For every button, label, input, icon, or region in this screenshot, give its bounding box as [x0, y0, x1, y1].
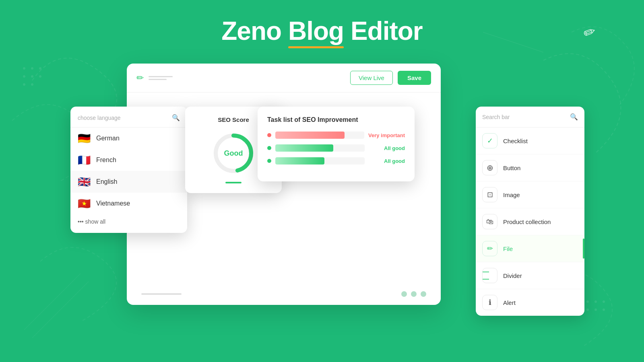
task-bar-wrap-2 — [275, 144, 365, 152]
language-search-row: choose language 🔍 — [70, 107, 187, 128]
editor-toolbar: ✏ View Live Save — [127, 64, 441, 93]
divider-label: Divider — [503, 272, 522, 279]
file-active-indicator — [583, 239, 584, 259]
file-icon-wrap: ✏ — [482, 241, 497, 256]
seo-score-label: Good — [224, 149, 243, 158]
element-item-alert[interactable]: ℹ Alert — [476, 289, 584, 316]
svg-point-6 — [23, 83, 25, 86]
element-item-file[interactable]: ✏ File — [476, 235, 584, 262]
element-item-button[interactable]: ⊕ Button — [476, 154, 584, 181]
button-label: Button — [503, 165, 520, 171]
english-label: English — [96, 178, 117, 185]
elements-search-placeholder: Search bar — [482, 114, 510, 120]
english-flag-icon: 🇬🇧 — [78, 177, 91, 187]
checklist-icon: ✓ — [487, 136, 493, 145]
task-status-1: Very important — [368, 132, 405, 138]
task-status-2: All good — [369, 145, 405, 151]
language-search-icon[interactable]: 🔍 — [172, 114, 180, 121]
alert-icon: ℹ — [489, 298, 491, 307]
svg-point-5 — [39, 75, 41, 78]
page-title: Zeno Blog Editor — [0, 16, 644, 46]
svg-point-9 — [594, 300, 597, 303]
svg-point-3 — [23, 75, 25, 78]
svg-point-0 — [23, 67, 25, 70]
svg-point-1 — [31, 67, 33, 70]
vietnamese-flag-icon: 🇻🇳 — [78, 198, 91, 209]
german-flag-icon: 🇩🇪 — [78, 133, 91, 144]
task-status-3: All good — [369, 158, 405, 164]
element-item-product-collection[interactable]: 🛍 Product collection — [476, 208, 584, 235]
element-item-image[interactable]: ⊡ Image — [476, 181, 584, 208]
element-item-divider[interactable]: — — Divider — [476, 262, 584, 289]
view-live-button[interactable]: View Live — [350, 71, 393, 85]
task-dot-important — [267, 133, 271, 137]
dot-1 — [401, 291, 407, 297]
svg-point-4 — [31, 75, 33, 78]
task-dot-good-1 — [267, 146, 271, 150]
alert-icon-wrap: ℹ — [482, 295, 497, 310]
toolbar-title-lines — [149, 76, 173, 80]
editor-logo-icon: ✏ — [136, 73, 144, 83]
seo-score-circle: Good — [211, 131, 256, 175]
svg-point-12 — [594, 309, 597, 311]
task-row-1: Very important — [267, 132, 405, 139]
element-item-checklist[interactable]: ✓ Checklist — [476, 128, 584, 154]
toolbar-line-2 — [149, 79, 167, 80]
product-collection-label: Product collection — [503, 218, 551, 225]
language-item-french[interactable]: 🇫🇷 French — [70, 149, 187, 171]
file-label: File — [503, 245, 513, 252]
task-bar-1 — [275, 132, 345, 139]
task-dot-good-2 — [267, 159, 271, 163]
divider-icon-wrap: — — — [482, 268, 497, 283]
language-search-placeholder: choose language — [78, 115, 121, 121]
save-button[interactable]: Save — [398, 71, 431, 85]
elements-search-icon[interactable]: 🔍 — [570, 113, 578, 121]
task-panel: Task list of SEO Improvement Very import… — [258, 107, 415, 181]
task-bar-3 — [275, 157, 324, 165]
language-item-german[interactable]: 🇩🇪 German — [70, 128, 187, 149]
svg-point-13 — [603, 309, 605, 311]
dots-indicator — [401, 291, 426, 297]
elements-search-row: Search bar 🔍 — [476, 107, 584, 128]
task-bar-wrap-1 — [275, 132, 364, 139]
button-icon-wrap: ⊕ — [482, 160, 497, 175]
task-panel-title: Task list of SEO Improvement — [267, 116, 405, 123]
french-flag-icon: 🇫🇷 — [78, 155, 91, 165]
language-item-english[interactable]: 🇬🇧 English — [70, 171, 187, 193]
show-all-languages[interactable]: ••• show all — [70, 214, 187, 225]
editor-bottom-bar — [141, 291, 426, 297]
seo-underline-decoration — [225, 182, 242, 183]
svg-point-8 — [586, 300, 589, 303]
svg-point-2 — [39, 67, 41, 70]
task-bar-wrap-3 — [275, 157, 365, 165]
french-label: French — [96, 156, 116, 164]
svg-point-11 — [586, 309, 589, 311]
vietnamese-label: Vietnamese — [96, 200, 130, 207]
product-collection-icon: 🛍 — [486, 218, 493, 226]
image-icon-wrap: ⊡ — [482, 187, 497, 202]
checklist-icon-wrap: ✓ — [482, 133, 497, 148]
task-row-2: All good — [267, 144, 405, 152]
svg-line-14 — [24, 274, 80, 330]
dot-2 — [411, 291, 417, 297]
svg-line-15 — [32, 282, 89, 338]
toolbar-left: ✏ — [136, 73, 173, 83]
image-icon: ⊡ — [487, 190, 493, 199]
task-row-3: All good — [267, 157, 405, 165]
task-bar-2 — [275, 144, 333, 152]
language-item-vietnamese[interactable]: 🇻🇳 Vietnamese — [70, 193, 187, 214]
german-label: German — [96, 135, 120, 142]
scroll-bar — [141, 293, 182, 295]
image-label: Image — [503, 191, 520, 198]
divider-icon: — — — [483, 268, 497, 283]
toolbar-actions: View Live Save — [350, 71, 431, 85]
button-add-icon: ⊕ — [487, 163, 493, 173]
svg-point-7 — [31, 83, 33, 86]
checklist-label: Checklist — [503, 138, 528, 144]
product-collection-icon-wrap: 🛍 — [482, 214, 497, 229]
toolbar-line-1 — [149, 76, 173, 77]
file-icon: ✏ — [487, 244, 493, 253]
language-panel: choose language 🔍 🇩🇪 German 🇫🇷 French 🇬🇧… — [70, 107, 187, 233]
elements-panel: Search bar 🔍 ✓ Checklist ⊕ Button ⊡ Imag… — [476, 107, 584, 316]
alert-label: Alert — [503, 299, 516, 306]
